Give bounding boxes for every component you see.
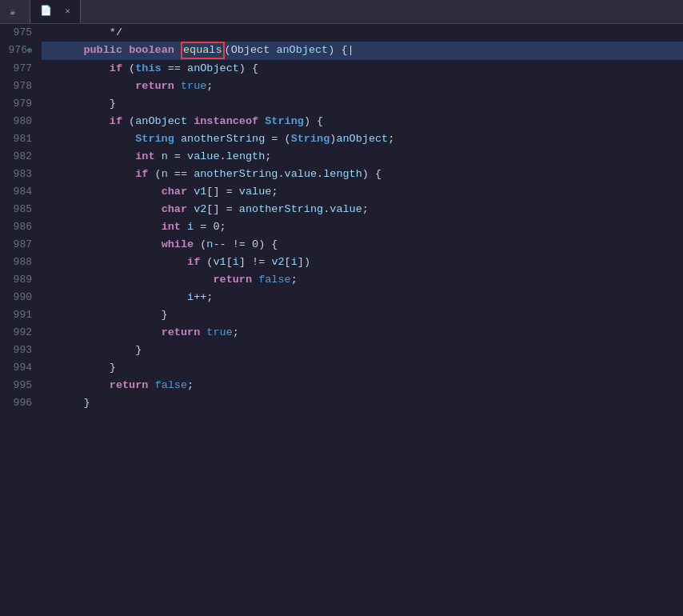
line-number: 990 bbox=[0, 289, 42, 306]
line-number: 984 bbox=[0, 183, 42, 201]
code-content: return true; bbox=[54, 78, 213, 95]
table-row: 980 if (anObject instanceof String) { bbox=[0, 113, 683, 130]
line-number: 986 bbox=[0, 218, 42, 236]
line-number: 982 bbox=[0, 148, 42, 166]
line-number: 976⊕ bbox=[0, 42, 42, 60]
table-row: 990 i++; bbox=[0, 289, 683, 306]
tab-string-class[interactable]: 📄 ✕ bbox=[30, 0, 81, 23]
line-arrow bbox=[42, 359, 54, 377]
class-file-icon: 📄 bbox=[40, 5, 52, 17]
line-arrow bbox=[42, 254, 54, 271]
code-content: i++; bbox=[54, 289, 213, 306]
code-content: } bbox=[54, 306, 168, 324]
line-arrow bbox=[42, 95, 54, 113]
line-number: 981 bbox=[0, 130, 42, 148]
line-arrow bbox=[42, 271, 54, 289]
table-row: 995 return false; bbox=[0, 377, 683, 394]
table-row: 994 } bbox=[0, 359, 683, 377]
tab-test-java[interactable]: ☕ bbox=[0, 0, 30, 23]
code-content: int i = 0; bbox=[54, 218, 226, 236]
line-number: 980 bbox=[0, 113, 42, 130]
table-row: 977 if (this == anObject) { bbox=[0, 60, 683, 78]
close-icon[interactable]: ✕ bbox=[65, 6, 70, 16]
line-arrow bbox=[42, 201, 54, 218]
code-content: } bbox=[54, 95, 116, 113]
line-arrow bbox=[42, 377, 54, 394]
line-number: 983 bbox=[0, 166, 42, 183]
table-row: 996 } bbox=[0, 394, 683, 412]
line-arrow bbox=[42, 394, 54, 412]
table-row: 984 char v1[] = value; bbox=[0, 183, 683, 201]
code-editor: 975 */ 976⊕ public boolean equals(Object… bbox=[0, 24, 683, 616]
line-number: 993 bbox=[0, 342, 42, 359]
line-number: 994 bbox=[0, 359, 42, 377]
table-row: 983 if (n == anotherString.value.length)… bbox=[0, 166, 683, 183]
line-arrow bbox=[42, 166, 54, 183]
table-row: 976⊕ public boolean equals(Object anObje… bbox=[0, 42, 683, 60]
line-arrow bbox=[42, 42, 54, 60]
line-arrow bbox=[42, 218, 54, 236]
code-content: } bbox=[54, 394, 90, 412]
line-arrow bbox=[42, 24, 54, 42]
code-content: if (anObject instanceof String) { bbox=[54, 113, 323, 130]
line-number: 979 bbox=[0, 95, 42, 113]
table-row: 981 String anotherString = (String)anObj… bbox=[0, 130, 683, 148]
table-row: 993 } bbox=[0, 342, 683, 359]
code-content: return false; bbox=[54, 271, 298, 289]
line-number: 991 bbox=[0, 306, 42, 324]
line-arrow bbox=[42, 183, 54, 201]
line-arrow bbox=[42, 60, 54, 78]
table-row: 989 return false; bbox=[0, 271, 683, 289]
code-content: return true; bbox=[54, 324, 239, 342]
line-arrow bbox=[42, 78, 54, 95]
table-row: 988 if (v1[i] != v2[i]) bbox=[0, 254, 683, 271]
code-content: while (n-- != 0) { bbox=[54, 236, 278, 254]
table-row: 979 } bbox=[0, 95, 683, 113]
line-arrow bbox=[42, 342, 54, 359]
table-row: 986 int i = 0; bbox=[0, 218, 683, 236]
code-content: if (v1[i] != v2[i]) bbox=[54, 254, 310, 271]
line-number: 995 bbox=[0, 377, 42, 394]
line-number: 988 bbox=[0, 254, 42, 271]
table-row: 978 return true; bbox=[0, 78, 683, 95]
line-number: 996 bbox=[0, 394, 42, 412]
line-arrow bbox=[42, 236, 54, 254]
line-number: 987 bbox=[0, 236, 42, 254]
code-content: if (n == anotherString.value.length) { bbox=[54, 166, 381, 183]
line-number: 992 bbox=[0, 324, 42, 342]
tab-bar: ☕ 📄 ✕ bbox=[0, 0, 683, 24]
line-arrow bbox=[42, 324, 54, 342]
line-number: 977 bbox=[0, 60, 42, 78]
table-row: 982 int n = value.length; bbox=[0, 148, 683, 166]
line-arrow bbox=[42, 113, 54, 130]
java-file-icon: ☕ bbox=[10, 6, 15, 18]
line-arrow bbox=[42, 306, 54, 324]
table-row: 992 return true; bbox=[0, 324, 683, 342]
code-content: String anotherString = (String)anObject; bbox=[54, 130, 394, 148]
code-content: public boolean equals(Object anObject) {… bbox=[54, 42, 354, 60]
table-row: 991 } bbox=[0, 306, 683, 324]
code-content: char v2[] = anotherString.value; bbox=[54, 201, 369, 218]
table-row: 985 char v2[] = anotherString.value; bbox=[0, 201, 683, 218]
table-row: 987 while (n-- != 0) { bbox=[0, 236, 683, 254]
line-arrow bbox=[42, 148, 54, 166]
code-content: return false; bbox=[54, 377, 194, 394]
line-number: 985 bbox=[0, 201, 42, 218]
table-row: 975 */ bbox=[0, 24, 683, 42]
line-number: 989 bbox=[0, 271, 42, 289]
code-content: char v1[] = value; bbox=[54, 183, 278, 201]
line-number: 978 bbox=[0, 78, 42, 95]
line-arrow bbox=[42, 130, 54, 148]
code-content: if (this == anObject) { bbox=[54, 60, 258, 78]
code-content: */ bbox=[54, 24, 122, 42]
code-content: } bbox=[54, 342, 142, 359]
code-content: } bbox=[54, 359, 116, 377]
line-arrow bbox=[42, 289, 54, 306]
code-content: int n = value.length; bbox=[54, 148, 271, 166]
line-number: 975 bbox=[0, 24, 42, 42]
